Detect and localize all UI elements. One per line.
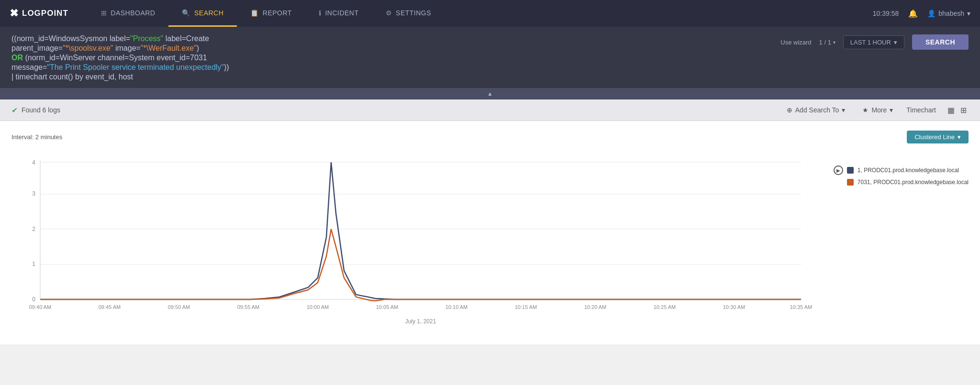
- add-search-chevron-icon: ▾: [842, 106, 845, 114]
- user-chevron-icon: ▾: [967, 10, 970, 17]
- more-chevron-icon: ▾: [890, 106, 893, 114]
- nav-incident[interactable]: ℹ INCIDENT: [305, 0, 372, 27]
- nav-dashboard[interactable]: ⊞ DASHBOARD: [88, 0, 169, 27]
- svg-text:10:20 AM: 10:20 AM: [584, 304, 606, 310]
- logo-text: LOGPOINT: [22, 9, 68, 18]
- table-view-button[interactable]: ⊞: [958, 105, 969, 116]
- svg-text:09:40 AM: 09:40 AM: [29, 304, 51, 310]
- dashboard-icon: ⊞: [101, 9, 107, 17]
- svg-text:10:35 AM: 10:35 AM: [790, 304, 812, 310]
- legend-item-2: 7031, PRODC01.prod.knowledgebase.local: [834, 179, 969, 186]
- found-logs: ✔ Found 6 logs: [11, 106, 60, 115]
- search-button[interactable]: SEARCH: [912, 34, 969, 50]
- svg-text:09:50 AM: 09:50 AM: [168, 304, 190, 310]
- search-nav-icon: 🔍: [182, 9, 190, 17]
- svg-text:10:30 AM: 10:30 AM: [723, 304, 745, 310]
- nav-time: 10:39:58: [873, 10, 899, 17]
- legend-color-1: [847, 167, 854, 174]
- query-line-3: OR (norm_id=WinServer channel=System eve…: [11, 54, 969, 62]
- collapse-arrow-icon: ▲: [487, 90, 493, 97]
- bell-icon[interactable]: 🔔: [908, 9, 918, 18]
- nav-report[interactable]: 📋 REPORT: [237, 0, 305, 27]
- svg-text:3: 3: [32, 190, 35, 197]
- view-icons: ▦ ⊞: [946, 105, 969, 116]
- collapse-bar[interactable]: ▲: [0, 88, 980, 99]
- time-range-chevron-icon: ▾: [894, 39, 897, 46]
- search-area: ((norm_id=WindowsSysmon label="Process" …: [0, 27, 980, 88]
- nav-settings[interactable]: ⚙ SETTINGS: [372, 0, 445, 27]
- svg-text:10:05 AM: 10:05 AM: [376, 304, 398, 310]
- legend-color-2: [847, 179, 854, 186]
- settings-icon: ⚙: [386, 9, 392, 17]
- chart-area: Interval: 2 minutes Clustered Line ▾ 0 1…: [0, 121, 980, 344]
- svg-text:4: 4: [32, 159, 35, 166]
- results-bar: ✔ Found 6 logs ⊕ Add Search To ▾ ★ More …: [0, 99, 980, 121]
- nav-items: ⊞ DASHBOARD 🔍 SEARCH 📋 REPORT ℹ INCIDENT…: [88, 0, 873, 27]
- svg-text:10:25 AM: 10:25 AM: [654, 304, 676, 310]
- svg-text:09:45 AM: 09:45 AM: [99, 304, 121, 310]
- logo: ✖ LOGPOINT: [10, 7, 68, 20]
- svg-text:10:10 AM: 10:10 AM: [445, 304, 468, 310]
- chart-container: 0 1 2 3 4 09:40 AM 09:45 AM 09:50 AM: [11, 151, 969, 335]
- search-controls: Use wizard 1 / 1 ▾ LAST 1 HOUR ▾ SEARCH: [780, 34, 969, 50]
- check-icon: ✔: [11, 106, 18, 115]
- svg-text:10:00 AM: 10:00 AM: [307, 304, 329, 310]
- more-button[interactable]: ★ More ▾: [858, 104, 897, 116]
- line-chart-svg: 0 1 2 3 4 09:40 AM 09:45 AM 09:50 AM: [11, 151, 815, 333]
- page-indicator: 1 / 1 ▾: [819, 39, 835, 46]
- nav-user[interactable]: 👤 bhabesh ▾: [927, 10, 970, 17]
- svg-text:10:15 AM: 10:15 AM: [515, 304, 537, 310]
- chart-type-button[interactable]: Clustered Line ▾: [907, 131, 969, 143]
- chart-legend: ▶ 1, PRODC01.prod.knowledgebase.local 70…: [834, 151, 969, 189]
- page-chevron-icon[interactable]: ▾: [833, 40, 835, 45]
- legend-item-1: ▶ 1, PRODC01.prod.knowledgebase.local: [834, 165, 969, 175]
- timechart-label: Timechart: [906, 106, 936, 114]
- chart-svg: 0 1 2 3 4 09:40 AM 09:45 AM 09:50 AM: [11, 151, 824, 335]
- incident-icon: ℹ: [319, 9, 322, 17]
- star-icon: ★: [862, 106, 869, 114]
- svg-text:0: 0: [32, 296, 35, 303]
- add-search-to-button[interactable]: ⊕ Add Search To ▾: [783, 104, 849, 116]
- logo-icon: ✖: [10, 7, 18, 20]
- interval-text: Interval: 2 minutes: [11, 133, 62, 141]
- bar-chart-view-button[interactable]: ▦: [946, 105, 957, 116]
- report-icon: 📋: [250, 9, 259, 17]
- nav-right: 10:39:58 🔔 👤 bhabesh ▾: [873, 9, 970, 18]
- svg-text:09:55 AM: 09:55 AM: [237, 304, 259, 310]
- svg-text:2: 2: [32, 226, 35, 232]
- svg-text:1: 1: [32, 261, 35, 267]
- query-line-4: message="The Print Spooler service termi…: [11, 63, 969, 72]
- svg-text:July 1, 2021: July 1, 2021: [405, 318, 436, 325]
- nav-search[interactable]: 🔍 SEARCH: [168, 0, 237, 27]
- legend-play-button[interactable]: ▶: [834, 165, 843, 175]
- chart-type-chevron-icon: ▾: [958, 133, 961, 141]
- add-icon: ⊕: [787, 106, 792, 114]
- user-icon: 👤: [927, 10, 935, 17]
- chart-header: Interval: 2 minutes Clustered Line ▾: [11, 131, 969, 143]
- navbar: ✖ LOGPOINT ⊞ DASHBOARD 🔍 SEARCH 📋 REPORT…: [0, 0, 980, 27]
- use-wizard-link[interactable]: Use wizard: [780, 39, 811, 46]
- results-actions: ⊕ Add Search To ▾ ★ More ▾ Timechart ▦ ⊞: [783, 104, 969, 116]
- time-range-button[interactable]: LAST 1 HOUR ▾: [843, 35, 904, 49]
- query-line-5: | timechart count() by event_id, host: [11, 73, 969, 81]
